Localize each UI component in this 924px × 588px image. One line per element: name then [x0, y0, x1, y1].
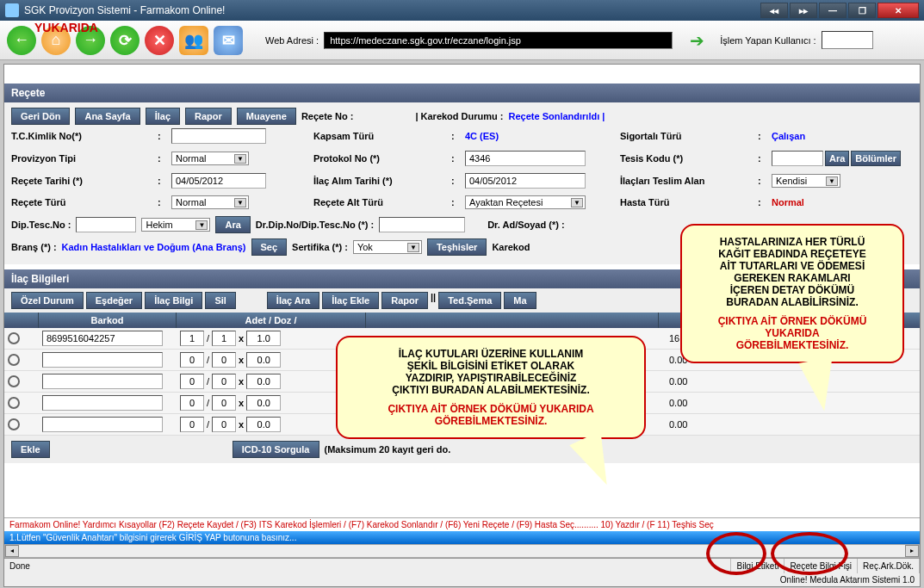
- go-icon[interactable]: ➔: [690, 30, 704, 51]
- window-minimize-button[interactable]: —: [819, 3, 846, 18]
- users-icon[interactable]: 👥: [179, 26, 208, 55]
- mult-input[interactable]: [246, 395, 281, 411]
- bolumler-button[interactable]: Bölümler: [851, 151, 901, 166]
- col-adet: Adet / Doz /: [177, 313, 366, 328]
- window-close-button[interactable]: ✕: [877, 3, 919, 18]
- ilac-ara-button[interactable]: İlaç Ara: [267, 292, 319, 309]
- sertifika-select[interactable]: Yok: [353, 240, 422, 254]
- ilac-button[interactable]: İlaç: [146, 108, 180, 125]
- doz-input[interactable]: [212, 395, 236, 411]
- ilac-rapor-button[interactable]: Rapor: [381, 292, 428, 309]
- tesis-input[interactable]: [772, 151, 823, 166]
- icd10-button[interactable]: ICD-10 Sorgula: [233, 441, 319, 458]
- shortcut-help: Farmakom Online! Yardımcı Kısayollar (F2…: [4, 518, 920, 531]
- doz-input[interactable]: [212, 417, 236, 432]
- rec-ark-dok-button[interactable]: Reç.Ark.Dök.: [858, 559, 920, 573]
- mult-input[interactable]: [246, 417, 281, 432]
- ilac-alim-input[interactable]: [465, 173, 586, 189]
- status-right: Online! Medula Aktarım Sistemi 1.0: [4, 573, 920, 586]
- col-barkod: Barkod: [39, 313, 177, 328]
- adet-input[interactable]: [180, 352, 204, 368]
- adet-input[interactable]: [180, 417, 204, 432]
- teslim-alan-select[interactable]: Kendisi: [772, 174, 840, 188]
- stop-icon[interactable]: ✕: [145, 26, 174, 55]
- ekle-button[interactable]: Ekle: [11, 441, 50, 458]
- row-radio[interactable]: [8, 332, 20, 344]
- recete-altturu-select[interactable]: Ayaktan Reçetesi: [465, 195, 586, 209]
- recete-tarihi-input[interactable]: [171, 173, 266, 189]
- window-next-button[interactable]: ▸▸: [790, 3, 817, 18]
- mult-input[interactable]: [246, 331, 281, 346]
- separator: ||: [431, 292, 436, 309]
- kapsam-value: 4C (ES): [465, 131, 620, 141]
- tutar-value: 0.00: [669, 419, 687, 430]
- back-icon[interactable]: ←: [7, 26, 36, 55]
- window-maximize-button[interactable]: ❐: [848, 3, 876, 18]
- provtipi-select[interactable]: Normal: [171, 152, 249, 165]
- mult-input[interactable]: [246, 352, 281, 368]
- app-icon: [5, 3, 19, 17]
- doz-input[interactable]: [212, 352, 236, 368]
- geri-don-button[interactable]: Geri Dön: [11, 108, 70, 125]
- adet-input[interactable]: [180, 331, 204, 346]
- ilac-ekle-button[interactable]: İlaç Ekle: [322, 292, 379, 309]
- karekod-value: Reçete Sonlandırıldı |: [509, 111, 605, 121]
- recete-turu-select[interactable]: Normal: [171, 195, 249, 209]
- diptesc-input[interactable]: [76, 217, 136, 232]
- protokol-input[interactable]: [465, 151, 586, 166]
- rapor-button[interactable]: Rapor: [185, 108, 232, 125]
- highlight-circle-recete-bilgi-fisi: [771, 532, 848, 575]
- ana-sayfa-button[interactable]: Ana Sayfa: [75, 108, 140, 125]
- barkod-input[interactable]: [42, 374, 163, 389]
- scroll-left-icon[interactable]: ◂: [5, 545, 19, 557]
- teshisler-button[interactable]: Teşhisler: [427, 238, 487, 256]
- sil-button[interactable]: Sil: [205, 292, 235, 309]
- barkod-input[interactable]: [42, 417, 163, 432]
- teslim-alan-label: İlaçları Teslim Alan: [620, 176, 758, 186]
- karekod-label: | Karekod Durumu :: [415, 111, 503, 121]
- tc-input[interactable]: [171, 128, 266, 144]
- row-radio[interactable]: [8, 354, 20, 366]
- ilac-bilgi-button[interactable]: İlaç Bilgi: [145, 292, 202, 309]
- recete-header: Reçete: [4, 84, 920, 102]
- adet-input[interactable]: [180, 374, 204, 389]
- barkod-input[interactable]: [42, 395, 163, 411]
- hekim-select[interactable]: Hekim: [141, 218, 210, 232]
- diptesc-label: Dip.Tesc.No :: [11, 220, 71, 230]
- row-radio[interactable]: [8, 397, 20, 409]
- window-prev-button[interactable]: ◂◂: [760, 3, 788, 18]
- tesis-label: Tesis Kodu (*): [620, 153, 758, 164]
- barkod-input[interactable]: [42, 352, 163, 368]
- doz-input[interactable]: [212, 374, 236, 389]
- recete-turu-label: Reçete Türü: [11, 197, 158, 207]
- mult-input[interactable]: [246, 374, 281, 389]
- barkod-input[interactable]: [42, 331, 163, 346]
- brans-sec-button[interactable]: Seç: [251, 238, 288, 256]
- user-label: İşlem Yapan Kullanıcı :: [720, 35, 816, 46]
- mail-icon[interactable]: ✉: [214, 26, 243, 55]
- tesis-ara-button[interactable]: Ara: [825, 151, 849, 166]
- overlay-yukarida: YUKARIDA: [34, 21, 98, 34]
- ozel-durum-button[interactable]: Özel Durum: [11, 292, 84, 309]
- drdip-input[interactable]: [379, 217, 465, 232]
- row-radio[interactable]: [8, 375, 20, 387]
- esdeger-button[interactable]: Eşdeğer: [86, 292, 142, 309]
- window-title: SGK Provizyon Sistemi - Farmakom Online!: [24, 4, 225, 16]
- address-input[interactable]: [324, 32, 673, 49]
- ma-button[interactable]: Ma: [504, 292, 536, 309]
- scroll-right-icon[interactable]: ▸: [905, 545, 919, 557]
- row-radio[interactable]: [8, 418, 20, 430]
- muayene-button[interactable]: Muayene: [237, 108, 296, 125]
- user-input[interactable]: [822, 31, 873, 49]
- ilac-alim-label: İlaç Alım Tarihi (*): [313, 176, 451, 186]
- refresh-icon[interactable]: ⟳: [110, 26, 140, 55]
- adet-input[interactable]: [180, 395, 204, 411]
- drad-label: Dr. Ad/Soyad (*) :: [487, 220, 564, 230]
- tedsema-button[interactable]: Ted.Şema: [438, 292, 501, 309]
- doz-input[interactable]: [212, 331, 236, 346]
- brans-label: Branş (*) :: [11, 242, 57, 252]
- diptesc-ara-button[interactable]: Ara: [215, 216, 250, 233]
- callout-bilgi-etiketi: İLAÇ KUTULARI ÜZERİNE KULLANIM ŞEKİL BİL…: [336, 336, 646, 439]
- provtipi-label: Provizyon Tipi: [11, 153, 158, 164]
- kapsam-label: Kapsam Türü: [313, 131, 451, 141]
